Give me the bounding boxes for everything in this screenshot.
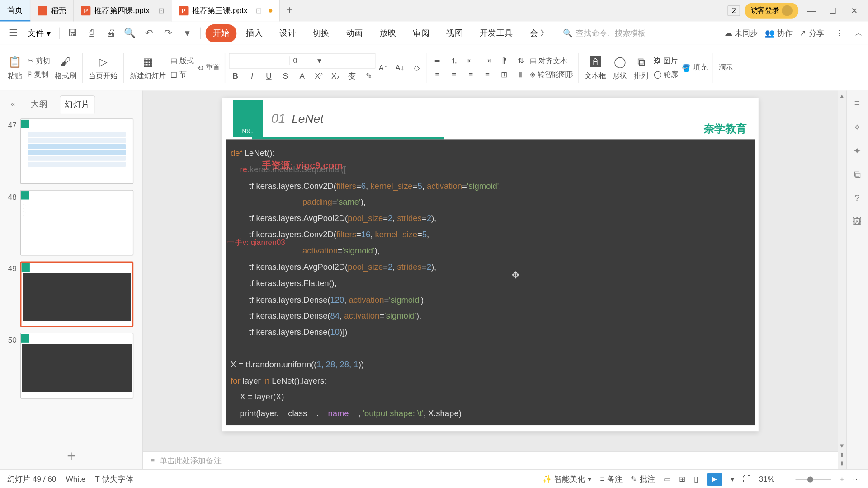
more-options-icon[interactable]: ⋯	[853, 474, 860, 483]
file-menu[interactable]: 文件▾	[24, 28, 54, 38]
copy-button[interactable]: ⎘复制	[26, 68, 51, 81]
menu-tab-more[interactable]: 会 》	[523, 24, 556, 42]
slide-thumb-48[interactable]: • ...• ...• ...• ...	[20, 190, 133, 255]
sidebar-collapse-icon[interactable]: ≡	[850, 97, 863, 110]
collab-button[interactable]: 👥协作	[765, 28, 793, 38]
tab-add-button[interactable]: +	[280, 4, 298, 17]
menu-tab-design[interactable]: 设计	[272, 24, 303, 42]
font-dropdown-icon[interactable]: ▾	[313, 54, 326, 67]
save-as-icon[interactable]: ⎙	[84, 25, 100, 42]
columns-button[interactable]: ⫴	[514, 68, 527, 81]
close-button[interactable]: ✕	[846, 2, 863, 19]
slide-thumb-47[interactable]	[20, 118, 133, 184]
highlight-button[interactable]: ✎	[362, 70, 375, 83]
sync-status[interactable]: ☁未同步	[725, 28, 758, 38]
sidebar-image-icon[interactable]: 🖼	[850, 216, 863, 229]
share-button[interactable]: ↗分享	[800, 28, 824, 38]
increase-font-button[interactable]: A↑	[377, 61, 390, 74]
next-slide-icon[interactable]: ⬇	[840, 460, 844, 467]
cut-button[interactable]: ✂剪切	[26, 55, 51, 67]
zoom-level[interactable]: 31%	[759, 474, 774, 483]
undo-icon[interactable]: ↶	[141, 25, 157, 42]
beautify-button[interactable]: ✨智能美化▾	[542, 474, 592, 484]
clear-format-button[interactable]: ◇	[410, 61, 423, 74]
sidebar-design-icon[interactable]: ✧	[850, 120, 863, 133]
smart-graphic-button[interactable]: ◈转智能图形	[528, 68, 574, 81]
normal-view-button[interactable]: ▭	[664, 474, 671, 483]
font-selector[interactable]: 0 ▾	[229, 53, 375, 68]
align-center-button[interactable]: ≡	[448, 68, 461, 81]
comments-toggle[interactable]: ✎批注	[631, 474, 655, 484]
command-search[interactable]: 🔍查找命令、搜索模板	[563, 28, 646, 38]
slideshow-button[interactable]: ▶	[707, 473, 722, 486]
reading-view-button[interactable]: ▯	[694, 474, 698, 483]
text-direction-button[interactable]: ⁋	[498, 54, 511, 67]
scroll-up-icon[interactable]: ▲	[839, 93, 845, 99]
menu-tab-slideshow[interactable]: 放映	[373, 24, 404, 42]
hamburger-icon[interactable]: ☰	[5, 25, 22, 42]
slide-thumb-50[interactable]	[20, 333, 133, 399]
chevron-down-icon[interactable]: ▾	[731, 474, 735, 483]
collapse-panel-button[interactable]: «	[7, 95, 19, 114]
textbox-button[interactable]: 🅰文本框	[582, 53, 609, 82]
tab-daoke[interactable]: 稻壳	[30, 0, 74, 21]
zoom-slider[interactable]	[796, 479, 831, 480]
align-text-button[interactable]: ▤对齐文本	[528, 55, 574, 67]
print-preview-icon[interactable]: 🔍	[122, 25, 138, 42]
dropdown-icon[interactable]: ▾	[179, 25, 195, 42]
menu-tab-animation[interactable]: 动画	[339, 24, 370, 42]
distribute-button[interactable]: ⊞	[498, 68, 511, 81]
align-right-button[interactable]: ≡	[464, 68, 477, 81]
decrease-font-button[interactable]: A↓	[393, 61, 406, 74]
slide-thumb-49[interactable]	[20, 262, 133, 327]
panel-tab-outline[interactable]: 大纲	[26, 95, 52, 114]
zoom-out-button[interactable]: −	[783, 474, 788, 483]
text-effects-button[interactable]: 变	[345, 70, 359, 83]
numbering-button[interactable]: ⒈	[448, 54, 461, 67]
format-painter-button[interactable]: 🖌格式刷	[52, 53, 79, 82]
bullets-button[interactable]: ≣	[431, 54, 444, 67]
shapes-button[interactable]: ◯形状	[609, 53, 630, 82]
panel-tab-slides[interactable]: 幻灯片	[60, 95, 95, 114]
slide-counter[interactable]: 幻灯片 49 / 60	[7, 474, 57, 484]
paste-button[interactable]: 📋粘贴	[5, 53, 25, 82]
slide[interactable]: NX.. 01 LeNet 奈学教育 手资源: vipc9.com 一手v: q…	[222, 98, 759, 431]
add-slide-button[interactable]: +	[0, 443, 142, 469]
bold-button[interactable]: B	[229, 70, 242, 83]
slide-thumbnails[interactable]: 47 48 • ...• ...• ...• ... 49	[0, 114, 142, 443]
layout-button[interactable]: ▤版式	[169, 55, 195, 67]
tab-file-2[interactable]: P推荐第三课.pptx⊡	[172, 0, 280, 21]
save-icon[interactable]: 🖫	[64, 25, 81, 42]
menu-tab-review[interactable]: 审阅	[406, 24, 437, 42]
more-icon[interactable]: ⋮	[831, 25, 848, 42]
tab-close-icon[interactable]: ⊡	[158, 6, 164, 14]
font-color-button[interactable]: A	[296, 70, 309, 83]
picture-button[interactable]: 🖼图片	[652, 55, 679, 67]
section-button[interactable]: ◫节	[169, 68, 195, 81]
slide-canvas[interactable]: NX.. 01 LeNet 奈学教育 手资源: vipc9.com 一手v: q…	[143, 90, 838, 451]
align-left-button[interactable]: ≡	[431, 68, 444, 81]
arrange-button[interactable]: ⧉排列	[631, 53, 651, 82]
sidebar-sparkle-icon[interactable]: ✦	[850, 144, 863, 157]
prev-slide-icon[interactable]: ⬆	[840, 451, 844, 458]
tab-home[interactable]: 首页	[0, 0, 30, 21]
menu-tab-start[interactable]: 开始	[206, 24, 237, 42]
fit-button[interactable]: ⛶	[743, 474, 750, 483]
menu-tab-insert[interactable]: 插入	[239, 24, 270, 42]
slide-scrollbar[interactable]: ▲ ▼ ⬆ ⬇	[838, 90, 846, 469]
justify-button[interactable]: ≡	[481, 68, 494, 81]
missing-font-warning[interactable]: T缺失字体	[95, 474, 133, 484]
notes-area[interactable]: ≡ 单击此处添加备注	[143, 451, 838, 469]
redo-icon[interactable]: ↷	[160, 25, 176, 42]
minimize-button[interactable]: —	[803, 2, 820, 19]
new-slide-button[interactable]: ▦新建幻灯片	[127, 53, 168, 82]
font-size-input[interactable]: 0	[289, 56, 313, 65]
sorter-view-button[interactable]: ⊞	[679, 474, 685, 483]
code-block[interactable]: 手资源: vipc9.com 一手v: qianren03 def LeNet(…	[226, 139, 755, 425]
line-spacing-button[interactable]: ⇅	[514, 54, 527, 67]
zoom-in-button[interactable]: +	[840, 474, 844, 483]
menu-tab-view[interactable]: 视图	[439, 24, 470, 42]
italic-button[interactable]: I	[245, 70, 259, 83]
print-icon[interactable]: 🖨	[103, 25, 119, 42]
scroll-down-icon[interactable]: ▼	[839, 442, 845, 449]
